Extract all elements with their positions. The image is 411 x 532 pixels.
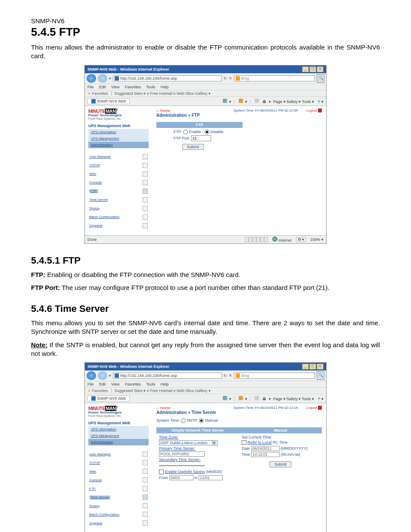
dst-label[interactable]: Enable Daylight Saving <box>165 470 205 474</box>
nav-item-upgrade[interactable]: Upgrade <box>88 519 149 527</box>
mode-sntp-radio[interactable] <box>181 418 186 423</box>
logout-link[interactable]: Logout <box>306 109 322 112</box>
command-bar[interactable]: ▾ | ▾ | 🖶 ▾ Page ▾ Safety ▾ Tools ▾ ?▾ <box>221 396 324 401</box>
nav-item-console[interactable]: Console <box>88 476 149 484</box>
ftp-enable-label[interactable]: Enable <box>189 130 201 134</box>
tz-select[interactable]: GMT Dublin,Lisbon,London ▾ <box>159 440 218 445</box>
forward-button[interactable]: → <box>98 74 107 83</box>
home-link[interactable]: Home <box>156 406 170 410</box>
print-icon[interactable]: 🖶 <box>262 100 266 104</box>
nav-group-info[interactable]: UPS Information <box>88 129 149 135</box>
search-box[interactable]: Bing <box>234 75 315 81</box>
nav-group-mgmt[interactable]: UPS Management <box>88 135 149 142</box>
address-bar[interactable]: http://192.168.168.236/home.asp <box>113 373 222 379</box>
feeds-icon[interactable] <box>239 99 243 103</box>
expand-icon[interactable] <box>143 163 148 168</box>
expand-icon[interactable] <box>143 477 148 482</box>
expand-icon[interactable] <box>143 189 148 194</box>
submit-button[interactable]: Submit <box>270 461 291 467</box>
home-icon[interactable] <box>223 99 227 103</box>
expand-icon[interactable] <box>143 206 148 211</box>
browser-tab[interactable]: SNMP-NV6 Web <box>87 98 130 104</box>
menu-tools[interactable]: Tools <box>146 85 155 89</box>
expand-icon[interactable] <box>143 197 148 202</box>
expand-icon[interactable] <box>143 512 148 517</box>
browser-tab[interactable]: SNMP-NV6 Web <box>87 395 130 401</box>
nav-group-admin[interactable]: Administration <box>88 439 149 445</box>
mail-icon[interactable] <box>255 99 259 103</box>
menu-bar[interactable]: File Edit View Favorites Tools Help <box>85 84 326 90</box>
nav-item-ftp[interactable]: FTP <box>88 187 149 196</box>
minimize-icon[interactable]: _ <box>302 66 309 72</box>
refer-local-link[interactable]: Refer to Local <box>248 440 272 445</box>
expand-icon[interactable] <box>143 486 148 491</box>
print-icon[interactable]: 🖶 <box>262 397 266 401</box>
ftp-enable-radio[interactable] <box>183 130 188 134</box>
nav-item-web[interactable]: Web <box>88 170 149 178</box>
nav-item-time-server[interactable]: Time Server <box>88 196 149 204</box>
ftp-disable-radio[interactable] <box>205 130 209 134</box>
nav-item-batch-config[interactable]: Batch Configuration <box>88 213 149 221</box>
nav-group-mgmt[interactable]: UPS Management <box>88 432 149 439</box>
command-labels[interactable]: Page ▾ Safety ▾ Tools ▾ <box>273 397 314 401</box>
home-icon[interactable] <box>223 396 227 400</box>
secondary-server-input[interactable] <box>159 465 205 466</box>
nav-item-web[interactable]: Web <box>88 467 149 476</box>
nav-item-tcpip[interactable]: TCP/IP <box>88 458 149 467</box>
expand-icon[interactable] <box>143 469 148 474</box>
nav-item-upgrade[interactable]: Upgrade <box>88 221 149 230</box>
command-labels[interactable]: Page ▾ Safety ▾ Tools ▾ <box>273 100 314 104</box>
favorites-label[interactable]: Favorites <box>92 91 108 96</box>
star-icon[interactable]: ★ <box>87 91 91 96</box>
menu-favorites[interactable]: Favorites <box>125 85 141 89</box>
menu-view[interactable]: View <box>111 85 119 89</box>
window-buttons[interactable]: _□× <box>302 364 324 370</box>
menu-file[interactable]: File <box>87 382 94 386</box>
star-icon[interactable]: ★ <box>87 389 91 393</box>
expand-icon[interactable] <box>143 171 148 177</box>
dst-to-input[interactable]: 11/01 <box>199 475 223 480</box>
zoom-level[interactable]: 100% ▾ <box>310 237 324 242</box>
back-button[interactable]: ← <box>87 74 96 83</box>
mode-sntp-label[interactable]: SNTP <box>187 418 197 423</box>
expand-icon[interactable] <box>143 520 148 526</box>
menu-file[interactable]: File <box>87 85 94 89</box>
nav-item-user-manager[interactable]: User Manager <box>88 450 149 458</box>
nav-group-admin[interactable]: Administration <box>88 142 149 148</box>
address-bar[interactable]: http://192.168.168.236/home.asp <box>113 75 222 81</box>
expand-icon[interactable] <box>143 154 148 159</box>
feeds-icon[interactable] <box>239 396 243 400</box>
menu-favorites[interactable]: Favorites <box>125 382 141 386</box>
protected-mode-icon[interactable]: ⚙ ▾ <box>296 237 306 242</box>
nav-group-info[interactable]: UPS Information <box>88 426 149 432</box>
expand-icon[interactable] <box>143 215 148 220</box>
expand-icon[interactable] <box>143 180 148 185</box>
menu-edit[interactable]: Edit <box>99 85 106 89</box>
favorites-label[interactable]: Favorites <box>92 389 108 393</box>
time-input[interactable]: 14:13:01 <box>251 452 280 457</box>
forward-button[interactable]: → <box>98 371 107 380</box>
refresh-icon[interactable]: ↻ <box>224 76 227 81</box>
nav-item-ftp[interactable]: FTP <box>88 484 149 493</box>
nav-item-syslog[interactable]: Syslog <box>88 204 149 213</box>
menu-help[interactable]: Help <box>161 85 169 89</box>
help-icon[interactable]: ? <box>318 397 321 401</box>
dst-from-input[interactable]: 04/01 <box>169 475 193 480</box>
menu-help[interactable]: Help <box>161 382 169 386</box>
close-icon[interactable]: × <box>317 66 324 72</box>
expand-icon[interactable] <box>143 503 148 508</box>
home-link[interactable]: Home <box>156 109 170 113</box>
submit-button[interactable]: Submit <box>182 144 204 150</box>
mail-icon[interactable] <box>255 396 259 400</box>
menu-bar[interactable]: File Edit View Favorites Tools Help <box>85 381 326 388</box>
nav-item-syslog[interactable]: Syslog <box>88 501 149 510</box>
refer-local-checkbox[interactable] <box>242 440 246 445</box>
expand-icon[interactable] <box>143 223 148 228</box>
favorites-links[interactable]: Suggested Sites ▾ e Free Hotmail e Web S… <box>114 389 210 393</box>
expand-icon[interactable] <box>143 460 148 465</box>
search-box[interactable]: Bing <box>234 373 315 379</box>
refresh-icon[interactable]: ↻ <box>224 373 227 378</box>
search-go-button[interactable]: 🔍 <box>317 371 324 380</box>
mode-manual-label[interactable]: Manual <box>205 418 218 423</box>
nav-item-user-manager[interactable]: User Manager <box>88 152 149 161</box>
